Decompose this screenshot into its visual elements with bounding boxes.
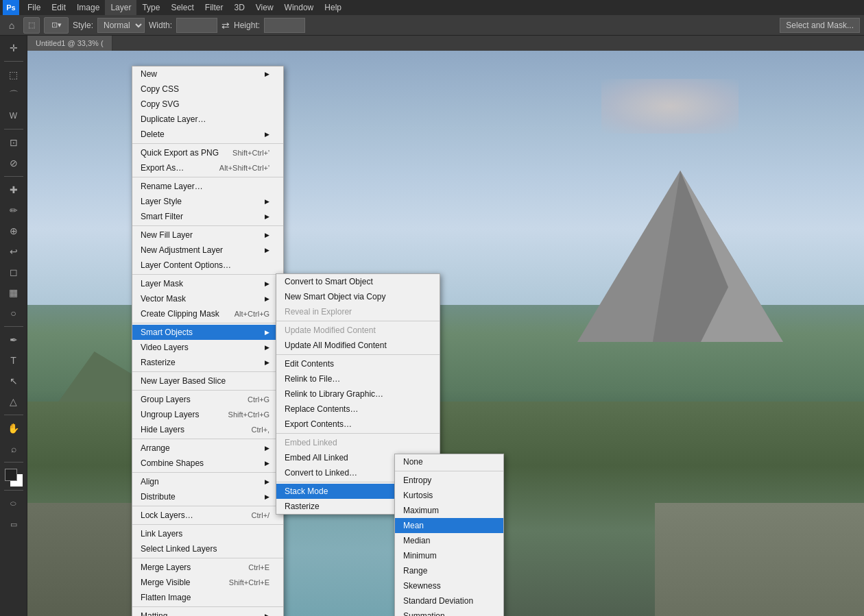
menu-copy-svg[interactable]: Copy SVG [132,97,283,112]
menu-lock-layers[interactable]: Lock Layers…Ctrl+/ [132,508,283,523]
menu-new-fill-layer[interactable]: New Fill Layer [132,227,283,243]
menu-merge-visible[interactable]: Merge VisibleShift+Ctrl+E [132,575,283,590]
canvas-tab[interactable]: Untitled1 @ 33,3% ( [27,36,112,51]
healing-tool[interactable]: ✚ [3,180,25,199]
stack-summation[interactable]: Summation [395,608,503,616]
menu-link-layers[interactable]: Link Layers [132,526,283,541]
menu-ungroup-layers[interactable]: Ungroup LayersShift+Ctrl+G [132,407,283,422]
quick-mask-tool[interactable]: ⬭ [3,494,25,513]
menu-new-layer-slice[interactable]: New Layer Based Slice [132,373,283,389]
move-tool[interactable]: ✛ [3,38,25,58]
menu-new[interactable]: New [132,66,283,82]
menu-export-as[interactable]: Export As…Alt+Shift+Ctrl+' [132,160,283,175]
menu-merge-layers[interactable]: Merge LayersCtrl+E [132,560,283,575]
smobj-sep2 [276,354,440,355]
stack-mean[interactable]: Mean [395,518,503,533]
menu-image[interactable]: Image [71,0,105,15]
screen-mode-tool[interactable]: ▭ [3,515,25,534]
smobj-convert[interactable]: Convert to Smart Object [276,274,440,289]
menu-select-linked-layers[interactable]: Select Linked Layers [132,541,283,556]
select-mask-button[interactable]: Select and Mask... [780,18,860,33]
menu-arrange[interactable]: Arrange [132,441,283,456]
smobj-update-all[interactable]: Update All Modified Content [276,338,440,353]
menu-vector-mask[interactable]: Vector Mask [132,291,283,306]
stack-none[interactable]: None [395,454,503,469]
shape-tool[interactable]: △ [3,392,25,411]
home-button[interactable]: ⌂ [4,18,19,33]
height-input[interactable] [264,18,305,33]
menu-duplicate-layer[interactable]: Duplicate Layer… [132,112,283,127]
hand-tool[interactable]: ✋ [3,419,25,438]
menu-layer-mask[interactable]: Layer Mask [132,276,283,291]
marquee-options[interactable]: ⬚ [23,17,40,34]
history-brush-tool[interactable]: ↩ [3,242,25,261]
menu-smart-filter[interactable]: Smart Filter [132,209,283,224]
stack-skewness[interactable]: Skewness [395,578,503,593]
pen-tool[interactable]: ✒ [3,330,25,349]
stack-std-deviation[interactable]: Standard Deviation [395,593,503,608]
menu-smart-objects[interactable]: Smart Objects [132,325,283,340]
lasso-tool[interactable]: ⌒ [3,86,25,105]
menu-quick-export[interactable]: Quick Export as PNGShift+Ctrl+' [132,145,283,160]
dodge-tool[interactable]: ○ [3,304,25,323]
menu-select[interactable]: Select [165,0,199,15]
style-select[interactable]: Normal [97,18,145,33]
stack-median[interactable]: Median [395,533,503,548]
smobj-export-contents[interactable]: Export Contents… [276,417,440,432]
tool-sep-4 [4,326,23,327]
menu-distribute[interactable]: Distribute [132,489,283,504]
menu-3d[interactable]: 3D [228,0,250,15]
smobj-sep3 [276,433,440,434]
menu-view[interactable]: View [250,0,279,15]
menu-filter[interactable]: Filter [200,0,229,15]
smobj-new-via-copy[interactable]: New Smart Object via Copy [276,289,440,304]
swap-icon[interactable]: ⇄ [221,20,230,31]
menu-align[interactable]: Align [132,474,283,489]
quick-select-tool[interactable]: W [3,106,25,125]
smobj-relink-library[interactable]: Relink to Library Graphic… [276,386,440,402]
color-swatch[interactable] [5,469,23,486]
brush-tool[interactable]: ✏ [3,201,25,220]
clone-stamp-tool[interactable]: ⊕ [3,221,25,241]
marquee-tool[interactable]: ⬚ [3,65,25,84]
menu-rename-layer[interactable]: Rename Layer… [132,179,283,194]
eraser-tool[interactable]: ◻ [3,262,25,282]
sep10 [132,506,283,506]
menu-layer[interactable]: Layer [105,0,136,15]
width-input[interactable] [176,18,217,33]
eyedropper-tool[interactable]: ⊘ [3,153,25,173]
menu-layer-style[interactable]: Layer Style [132,194,283,209]
stack-range[interactable]: Range [395,563,503,578]
menu-help[interactable]: Help [319,0,347,15]
smobj-edit-contents[interactable]: Edit Contents [276,356,440,371]
stack-maximum[interactable]: Maximum [395,503,503,518]
menu-file[interactable]: File [22,0,46,15]
smobj-replace-contents[interactable]: Replace Contents… [276,402,440,417]
menu-combine-shapes[interactable]: Combine Shapes [132,456,283,471]
menu-copy-css[interactable]: Copy CSS [132,82,283,97]
menu-layer-content-options[interactable]: Layer Content Options… [132,258,283,273]
menu-matting[interactable]: Matting [132,608,283,616]
menu-video-layers[interactable]: Video Layers [132,340,283,355]
menu-new-adjustment-layer[interactable]: New Adjustment Layer [132,243,283,258]
menu-create-clipping-mask[interactable]: Create Clipping MaskAlt+Ctrl+G [132,306,283,321]
menu-flatten-image[interactable]: Flatten Image [132,590,283,605]
menu-type[interactable]: Type [136,0,165,15]
menu-delete[interactable]: Delete [132,127,283,142]
path-select-tool[interactable]: ↖ [3,371,25,391]
stack-kurtosis[interactable]: Kurtosis [395,488,503,503]
menu-window[interactable]: Window [279,0,320,15]
menu-group-layers[interactable]: Group LayersCtrl+G [132,392,283,407]
crop-tool[interactable]: ⊡ [3,133,25,152]
tool-sep-1 [4,61,23,62]
smobj-relink-file[interactable]: Relink to File… [276,371,440,386]
type-tool[interactable]: T [3,351,25,370]
zoom-tool[interactable]: ⌕ [3,439,25,458]
feather-options[interactable]: ⊡▾ [44,17,69,34]
stack-minimum[interactable]: Minimum [395,548,503,563]
stack-entropy[interactable]: Entropy [395,473,503,488]
menu-edit[interactable]: Edit [46,0,71,15]
menu-rasterize[interactable]: Rasterize [132,355,283,370]
gradient-tool[interactable]: ▦ [3,283,25,302]
menu-hide-layers[interactable]: Hide LayersCtrl+, [132,422,283,437]
